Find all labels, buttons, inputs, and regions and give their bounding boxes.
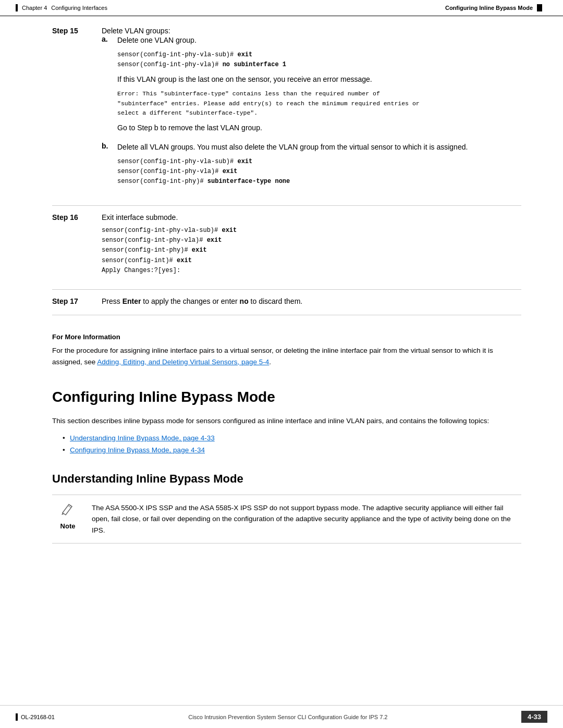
step-16-exit2: exit [207, 237, 222, 244]
header-right-title: Configuring Inline Bypass Mode [445, 5, 533, 11]
step-16-row: Step 16 Exit interface submode. sensor(c… [52, 213, 521, 280]
page-footer: OL-29168-01 Cisco Intrusion Prevention S… [0, 705, 563, 728]
step-16-body: Exit interface submode. sensor(config-in… [102, 213, 521, 280]
step-16-exit3: exit [192, 246, 207, 254]
step-16-label: Step 16 [52, 213, 91, 280]
chapter-label: Chapter 4 [22, 5, 47, 11]
header-left: Chapter 4 Configuring Interfaces [16, 4, 107, 11]
footer-bar [16, 713, 18, 721]
section-intro: This section describes inline bypass mod… [52, 415, 521, 427]
step-15a-goto: Go to Step b to remove the last VLAN gro… [117, 122, 521, 133]
note-label: Note [60, 522, 76, 530]
step-15-title: Delete VLAN groups: [102, 27, 521, 35]
step-15a-code: sensor(config-int-phy-vla-sub)# exit sen… [117, 50, 521, 70]
step-15a-code-exit1: exit [237, 51, 252, 58]
step-16-title: Exit interface submode. [102, 213, 521, 221]
more-info-text: For the procedure for assigning inline i… [52, 345, 521, 367]
step-divider-16-17 [52, 289, 521, 290]
step-divider-bottom [52, 315, 521, 315]
step-15-row: Step 15 Delete VLAN groups: a. Delete on… [52, 27, 521, 196]
step-divider-15-16 [52, 205, 521, 206]
page-header: Chapter 4 Configuring Interfaces Configu… [0, 0, 563, 16]
step-15b-content: Delete all VLAN groups. You must also de… [117, 142, 521, 191]
step-15b-text: Delete all VLAN groups. You must also de… [117, 142, 521, 153]
step-16-exit4: exit [177, 257, 192, 264]
step-15a-header: a. Delete one VLAN group. sensor(config-… [102, 35, 521, 137]
step-15b-exit2: exit [223, 168, 238, 175]
step-15a-code-nosub: no subinterface 1 [223, 61, 286, 68]
step-15b-block: b. Delete all VLAN groups. You must also… [102, 142, 521, 191]
step-17-body: Press Enter to apply the changes or ente… [102, 297, 521, 305]
footer-center: Cisco Intrusion Prevention System Sensor… [188, 714, 387, 720]
step-17-row: Step 17 Press Enter to apply the changes… [52, 297, 521, 305]
step-16-code: sensor(config-int-phy-vla-sub)# exit sen… [102, 226, 521, 276]
bullet-item-0: Understanding Inline Bypass Mode, page 4… [63, 433, 521, 445]
pencil-svg [60, 502, 75, 517]
note-text: The ASA 5500-X IPS SSP and the ASA 5585-… [92, 502, 521, 536]
footer-left-label: OL-29168-01 [21, 714, 55, 720]
chapter-title: Configuring Interfaces [51, 5, 107, 11]
step-15b-code: sensor(config-int-phy-vla-sub)# exit sen… [117, 157, 521, 187]
step-17-block: Step 17 Press Enter to apply the changes… [52, 297, 521, 305]
note-icon-area: Note [52, 502, 83, 530]
header-bar-right [537, 4, 542, 11]
more-info-section: For More Information For the procedure f… [52, 328, 521, 367]
step-16-exit1: exit [222, 227, 237, 234]
bullet-link-0[interactable]: Understanding Inline Bypass Mode, page 4… [70, 434, 215, 442]
step-15a-content: Delete one VLAN group. sensor(config-int… [117, 35, 521, 137]
main-content: Step 15 Delete VLAN groups: a. Delete on… [0, 16, 563, 594]
step-15-block: Step 15 Delete VLAN groups: a. Delete on… [52, 27, 521, 196]
step-15a-text: Delete one VLAN group. [117, 35, 521, 46]
step-15a-label: a. [102, 35, 111, 137]
step-16-block: Step 16 Exit interface submode. sensor(c… [52, 213, 521, 280]
step-15a-error: Error: This "subinterface-type" contains… [117, 89, 521, 118]
footer-left: OL-29168-01 [16, 713, 55, 721]
bullet-item-1: Configuring Inline Bypass Mode, page 4-3… [63, 445, 521, 456]
step-17-title: Press Enter to apply the changes or ente… [102, 297, 521, 305]
header-bar-left [16, 4, 18, 11]
step-15-label: Step 15 [52, 27, 91, 196]
section-bullet-list: Understanding Inline Bypass Mode, page 4… [52, 433, 521, 456]
footer-right: 4-33 [521, 711, 547, 723]
note-pencil-icon [60, 502, 75, 520]
step-15a-block: a. Delete one VLAN group. sensor(config-… [102, 35, 521, 137]
more-info-title: For More Information [52, 333, 521, 341]
step-15-body: Delete VLAN groups: a. Delete one VLAN g… [102, 27, 521, 196]
footer-center-text: Cisco Intrusion Prevention System Sensor… [188, 714, 387, 720]
more-info-link[interactable]: Adding, Editing, and Deleting Virtual Se… [97, 358, 269, 366]
footer-page-number: 4-33 [528, 713, 541, 721]
step-15b-label: b. [102, 142, 111, 191]
step-15b-subtype: subinterface-type none [207, 178, 290, 185]
step-17-enter-bold: Enter [123, 297, 141, 305]
step-15b-header: b. Delete all VLAN groups. You must also… [102, 142, 521, 191]
section-heading: Configuring Inline Bypass Mode [52, 388, 521, 406]
step-15a-after: If this VLAN group is the last one on th… [117, 74, 521, 85]
subsection-heading: Understanding Inline Bypass Mode [52, 472, 521, 486]
step-17-no-bold: no [240, 297, 249, 305]
step-17-label: Step 17 [52, 297, 91, 305]
step-15b-exit1: exit [237, 158, 252, 165]
more-info-after: . [269, 358, 271, 366]
bullet-link-1[interactable]: Configuring Inline Bypass Mode, page 4-3… [70, 446, 205, 454]
note-box: Note The ASA 5500-X IPS SSP and the ASA … [52, 495, 521, 544]
header-right: Configuring Inline Bypass Mode [445, 4, 542, 11]
